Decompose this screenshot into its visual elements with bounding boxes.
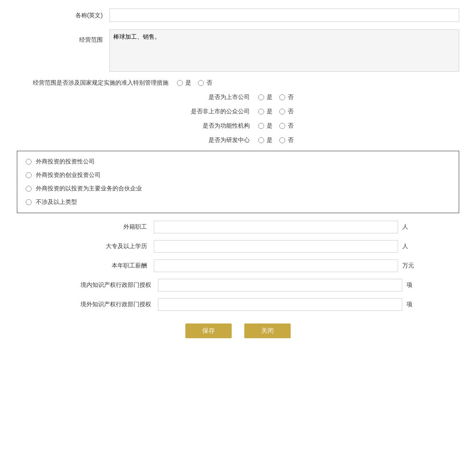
rd-center-radio-group: 是 否 xyxy=(258,136,294,144)
save-button[interactable]: 保存 xyxy=(185,323,232,338)
investment-type-box: 外商投资的投资性公司 外商投资的创业投资公司 外商投资的以投资为主要业务的合伙企… xyxy=(17,151,459,213)
functional-institution-yes-text: 是 xyxy=(267,122,273,130)
partnership-option[interactable]: 外商投资的以投资为主要业务的合伙企业 xyxy=(26,185,450,192)
annual-salary-row: 本年职工薪酬 万元 xyxy=(17,259,459,272)
non-listed-public-no-label[interactable]: 否 xyxy=(279,108,294,115)
special-management-radio-group: 是 否 xyxy=(177,79,212,87)
rd-center-yes-text: 是 xyxy=(267,136,273,144)
business-scope-label: 经营范围 xyxy=(17,29,110,46)
special-management-no-label[interactable]: 否 xyxy=(198,79,212,87)
rd-center-no-radio[interactable] xyxy=(279,137,285,143)
functional-institution-yes-radio[interactable] xyxy=(258,123,264,129)
listed-company-label: 是否为上市公司 xyxy=(182,94,258,101)
investment-company-radio[interactable] xyxy=(26,159,32,165)
college-above-unit: 人 xyxy=(398,243,415,250)
partnership-radio[interactable] xyxy=(26,186,32,192)
name-english-input[interactable] xyxy=(110,8,459,22)
functional-institution-no-text: 否 xyxy=(288,122,294,130)
business-scope-row: 经营范围 棒球加工、销售。 xyxy=(17,29,459,72)
non-listed-public-label: 是否非上市的公众公司 xyxy=(182,108,258,115)
business-scope-textarea[interactable]: 棒球加工、销售。 xyxy=(110,29,459,72)
foreign-ip-unit: 项 xyxy=(402,301,419,308)
name-english-row: 各称(英文) xyxy=(17,8,459,22)
college-above-label: 大专及以上学历 xyxy=(61,243,154,250)
non-listed-public-yes-radio[interactable] xyxy=(258,109,264,115)
listed-company-yes-radio[interactable] xyxy=(258,94,264,100)
non-listed-public-yes-text: 是 xyxy=(267,108,273,115)
investment-company-option[interactable]: 外商投资的投资性公司 xyxy=(26,158,450,166)
annual-salary-label: 本年职工薪酬 xyxy=(61,262,154,270)
non-listed-public-radio-group: 是 否 xyxy=(258,108,294,115)
functional-institution-yes-label[interactable]: 是 xyxy=(258,122,273,130)
close-button[interactable]: 关闭 xyxy=(244,323,291,338)
non-listed-public-row: 是否非上市的公众公司 是 否 xyxy=(17,108,459,115)
special-management-no-text: 否 xyxy=(206,79,212,87)
foreign-employees-unit: 人 xyxy=(398,223,415,231)
foreign-employees-label: 外籍职工 xyxy=(61,223,154,231)
venture-company-option[interactable]: 外商投资的创业投资公司 xyxy=(26,171,450,179)
listed-company-no-radio[interactable] xyxy=(279,94,285,100)
not-involved-radio[interactable] xyxy=(26,199,32,205)
venture-company-text: 外商投资的创业投资公司 xyxy=(36,171,101,179)
non-listed-public-no-radio[interactable] xyxy=(279,109,285,115)
special-management-yes-text: 是 xyxy=(185,79,191,87)
functional-institution-no-label[interactable]: 否 xyxy=(279,122,294,130)
rd-center-yes-radio[interactable] xyxy=(258,137,264,143)
listed-company-yes-text: 是 xyxy=(267,94,273,101)
foreign-ip-row: 境外知识产权行政部门授权 项 xyxy=(17,298,459,311)
domestic-ip-input[interactable] xyxy=(158,279,402,291)
listed-company-radio-group: 是 否 xyxy=(258,94,294,101)
functional-institution-label: 是否为功能性机构 xyxy=(182,122,258,130)
foreign-ip-label: 境外知识产权行政部门授权 xyxy=(57,301,158,308)
domestic-ip-unit: 项 xyxy=(402,281,419,289)
rd-center-no-label[interactable]: 否 xyxy=(279,136,294,144)
special-management-row: 经营范围是否涉及国家规定实施的准入特别管理措施 是 否 xyxy=(17,79,459,87)
venture-company-radio[interactable] xyxy=(26,172,32,178)
listed-company-no-label[interactable]: 否 xyxy=(279,94,294,101)
foreign-employees-input[interactable] xyxy=(154,221,398,233)
special-management-no-radio[interactable] xyxy=(198,80,204,86)
annual-salary-unit: 万元 xyxy=(398,262,415,270)
listed-company-yes-label[interactable]: 是 xyxy=(258,94,273,101)
domestic-ip-row: 境内知识产权行政部门授权 项 xyxy=(17,279,459,291)
special-management-label: 经营范围是否涉及国家规定实施的准入特别管理措施 xyxy=(17,79,177,87)
functional-institution-no-radio[interactable] xyxy=(279,123,285,129)
rd-center-no-text: 否 xyxy=(288,136,294,144)
form-container: 各称(英文) 经营范围 棒球加工、销售。 经营范围是否涉及国家规定实施的准入特别… xyxy=(17,8,459,338)
name-english-label: 各称(英文) xyxy=(17,8,110,22)
non-listed-public-yes-label[interactable]: 是 xyxy=(258,108,273,115)
listed-company-row: 是否为上市公司 是 否 xyxy=(17,94,459,101)
annual-salary-input[interactable] xyxy=(154,259,398,272)
functional-institution-radio-group: 是 否 xyxy=(258,122,294,130)
button-row: 保存 关闭 xyxy=(17,323,459,338)
partnership-text: 外商投资的以投资为主要业务的合伙企业 xyxy=(36,185,142,192)
foreign-ip-input[interactable] xyxy=(158,298,402,311)
college-above-row: 大专及以上学历 人 xyxy=(17,240,459,253)
investment-company-text: 外商投资的投资性公司 xyxy=(36,158,95,166)
rd-center-row: 是否为研发中心 是 否 xyxy=(17,136,459,144)
not-involved-text: 不涉及以上类型 xyxy=(36,198,77,206)
listed-company-no-text: 否 xyxy=(288,94,294,101)
college-above-input[interactable] xyxy=(154,240,398,253)
not-involved-option[interactable]: 不涉及以上类型 xyxy=(26,198,450,206)
special-management-yes-radio[interactable] xyxy=(177,80,183,86)
non-listed-public-no-text: 否 xyxy=(288,108,294,115)
rd-center-label: 是否为研发中心 xyxy=(182,136,258,144)
rd-center-yes-label[interactable]: 是 xyxy=(258,136,273,144)
foreign-employees-row: 外籍职工 人 xyxy=(17,221,459,233)
domestic-ip-label: 境内知识产权行政部门授权 xyxy=(57,281,158,289)
special-management-yes-label[interactable]: 是 xyxy=(177,79,191,87)
functional-institution-row: 是否为功能性机构 是 否 xyxy=(17,122,459,130)
